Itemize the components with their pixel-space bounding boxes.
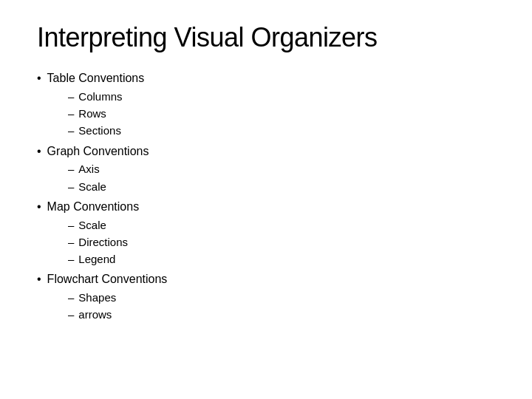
dash-scale-map: –	[68, 216, 74, 233]
sub-item-scale-graph: – Scale	[68, 178, 495, 195]
dash-sections: –	[68, 122, 74, 139]
bullet-dot-graph: •	[37, 143, 41, 161]
sub-item-columns: – Columns	[68, 88, 495, 105]
sub-item-legend: – Legend	[68, 250, 495, 267]
sub-label-directions: Directions	[78, 233, 128, 250]
sub-label-columns: Columns	[78, 88, 122, 105]
dash-arrows: –	[68, 306, 74, 323]
sub-label-arrows: arrows	[78, 306, 112, 323]
bullet-label-map: Map Conventions	[47, 198, 140, 216]
bullet-dot-map: •	[37, 198, 41, 216]
bullet-item-map: • Map Conventions – Scale – Directions –…	[37, 198, 495, 268]
bullet-main-table: • Table Conventions	[37, 69, 495, 88]
bullet-item-flowchart: • Flowchart Conventions – Shapes – arrow…	[37, 270, 495, 323]
dash-columns: –	[68, 88, 74, 105]
sub-item-scale-map: – Scale	[68, 216, 495, 233]
sub-items-graph: – Axis – Scale	[68, 160, 495, 195]
content-area: • Table Conventions – Columns – Rows – S…	[37, 69, 495, 327]
bullet-dot-flowchart: •	[37, 270, 41, 289]
bullet-label-flowchart: Flowchart Conventions	[47, 270, 168, 289]
bullet-item-table: • Table Conventions – Columns – Rows – S…	[37, 69, 495, 140]
sub-label-rows: Rows	[78, 105, 106, 122]
dash-legend: –	[68, 250, 74, 267]
sub-item-rows: – Rows	[68, 105, 495, 122]
bullet-main-map: • Map Conventions	[37, 198, 495, 216]
dash-shapes: –	[68, 289, 74, 306]
sub-items-flowchart: – Shapes – arrows	[68, 289, 495, 324]
dash-directions: –	[68, 233, 74, 250]
bullet-main-graph: • Graph Conventions	[37, 143, 495, 161]
bullet-label-table: Table Conventions	[47, 69, 145, 88]
sub-label-axis: Axis	[78, 160, 99, 177]
dash-rows: –	[68, 105, 74, 122]
dash-axis: –	[68, 160, 74, 177]
sub-item-axis: – Axis	[68, 160, 495, 177]
bullet-main-flowchart: • Flowchart Conventions	[37, 270, 495, 289]
sub-label-legend: Legend	[78, 250, 115, 267]
slide-title: Interpreting Visual Organizers	[37, 22, 495, 53]
sub-label-scale-map: Scale	[78, 216, 106, 233]
sub-label-scale-graph: Scale	[78, 178, 106, 195]
bullet-dot-table: •	[37, 69, 41, 88]
sub-item-arrows: – arrows	[68, 306, 495, 323]
sub-items-table: – Columns – Rows – Sections	[68, 88, 495, 140]
sub-item-sections: – Sections	[68, 122, 495, 139]
sub-label-shapes: Shapes	[78, 289, 116, 306]
bullet-item-graph: • Graph Conventions – Axis – Scale	[37, 143, 495, 195]
sub-item-directions: – Directions	[68, 233, 495, 250]
slide: Interpreting Visual Organizers • Table C…	[0, 0, 532, 399]
sub-items-map: – Scale – Directions – Legend	[68, 216, 495, 268]
dash-scale-graph: –	[68, 178, 74, 195]
sub-item-shapes: – Shapes	[68, 289, 495, 306]
bullet-label-graph: Graph Conventions	[47, 143, 149, 161]
sub-label-sections: Sections	[78, 122, 121, 139]
